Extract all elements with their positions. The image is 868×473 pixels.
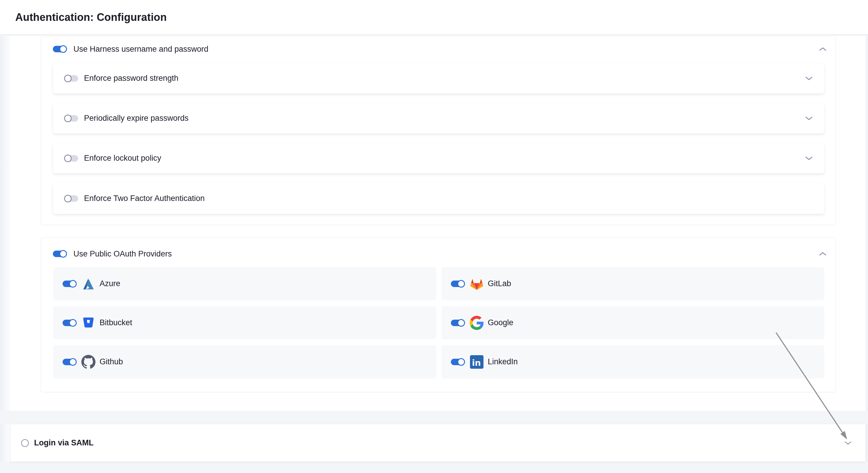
github-icon (81, 355, 95, 369)
google-toggle[interactable] (451, 320, 464, 326)
bitbucket-toggle[interactable] (63, 320, 76, 326)
section-header-row: Use Public OAuth Providers (41, 238, 835, 270)
section-header-row: Use Harness username and password (41, 37, 835, 61)
username-password-toggle[interactable] (53, 46, 66, 52)
right-scroll-gutter[interactable] (866, 36, 868, 473)
saml-radio[interactable] (21, 439, 29, 447)
section-login-saml: Login via SAML (10, 424, 866, 462)
gitlab-toggle[interactable] (451, 281, 464, 287)
subsetting-expire-passwords: Periodically expire passwords (53, 103, 824, 133)
expand-chevron-down-icon[interactable] (845, 441, 852, 445)
toggle-knob (64, 155, 72, 162)
page-header: Authentication: Configuration (0, 0, 868, 35)
github-toggle[interactable] (63, 359, 76, 365)
provider-label: GitLab (488, 279, 512, 288)
expand-chevron-down-icon[interactable] (805, 157, 812, 160)
oauth-provider-grid: Azure GitLab (53, 267, 824, 378)
subsetting-lockout-policy: Enforce lockout policy (53, 143, 824, 174)
provider-tile-azure: Azure (53, 267, 436, 300)
collapse-chevron-up-icon[interactable] (819, 47, 826, 51)
section-oauth-providers: Use Public OAuth Providers Azure (41, 237, 836, 392)
two-factor-toggle[interactable] (65, 195, 78, 202)
toggle-knob (64, 115, 72, 122)
toggle-knob (69, 280, 77, 288)
toggle-knob (59, 45, 67, 53)
provider-label: LinkedIn (488, 357, 518, 366)
background-band (0, 411, 868, 424)
provider-label: Google (488, 318, 514, 327)
expire-passwords-toggle[interactable] (65, 115, 78, 122)
provider-tile-google: Google (441, 306, 825, 339)
left-gutter (0, 36, 10, 473)
toggle-knob (69, 319, 77, 327)
toggle-knob (457, 358, 465, 366)
azure-toggle[interactable] (63, 281, 76, 287)
provider-tile-gitlab: GitLab (441, 267, 825, 300)
provider-tile-github: Github (53, 345, 436, 378)
provider-label: Bitbucket (100, 318, 132, 327)
provider-label: Azure (100, 279, 120, 288)
azure-icon (81, 277, 95, 291)
section-username-password: Use Harness username and password Enforc… (41, 36, 836, 225)
google-icon (470, 316, 484, 330)
subsetting-two-factor: Enforce Two Factor Authentication (53, 183, 824, 214)
subsetting-label: Periodically expire passwords (84, 114, 189, 123)
lockout-policy-toggle[interactable] (65, 155, 78, 162)
expand-chevron-down-icon[interactable] (805, 117, 812, 120)
toggle-knob (69, 358, 77, 366)
oauth-providers-toggle[interactable] (53, 251, 66, 257)
provider-tile-linkedin: in LinkedIn (441, 345, 825, 378)
collapse-chevron-up-icon[interactable] (819, 252, 826, 256)
toggle-knob (457, 319, 465, 327)
background-band (0, 462, 868, 473)
toggle-knob (457, 280, 465, 288)
section-label: Use Harness username and password (73, 45, 208, 54)
provider-tile-bitbucket: Bitbucket (53, 306, 436, 339)
subsetting-label: Enforce lockout policy (84, 154, 161, 163)
saml-label: Login via SAML (34, 438, 94, 447)
linkedin-icon: in (470, 355, 484, 369)
toggle-knob (64, 75, 72, 82)
password-strength-toggle[interactable] (65, 75, 78, 82)
svg-text:in: in (472, 358, 480, 368)
subsetting-label: Enforce Two Factor Authentication (84, 194, 205, 203)
bitbucket-icon (81, 316, 95, 330)
subsetting-password-strength: Enforce password strength (53, 63, 824, 93)
page-title: Authentication: Configuration (15, 11, 167, 24)
expand-chevron-down-icon[interactable] (805, 77, 812, 80)
toggle-knob (64, 195, 72, 202)
gitlab-icon (470, 277, 484, 291)
provider-label: Github (100, 357, 123, 366)
subsetting-label: Enforce password strength (84, 74, 178, 83)
toggle-knob (59, 250, 67, 258)
section-label: Use Public OAuth Providers (73, 249, 172, 258)
linkedin-toggle[interactable] (451, 359, 464, 365)
